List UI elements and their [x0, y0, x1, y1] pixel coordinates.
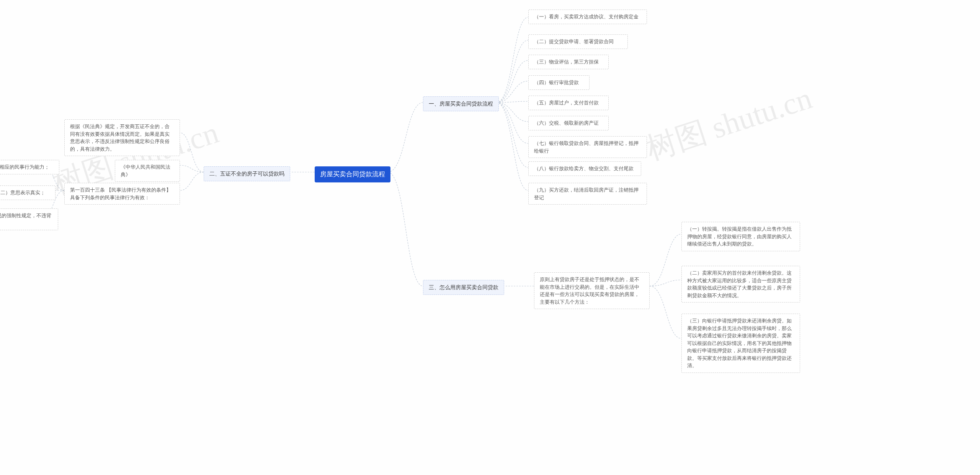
branch-2-title[interactable]: 二、五证不全的房子可以贷款吗 — [204, 166, 290, 181]
branch-1-title[interactable]: 一、房屋买卖合同贷款流程 — [423, 96, 499, 111]
branch-1-item-7: （七）银行领取贷款合同、房屋抵押登记，抵押给银行 — [528, 136, 647, 158]
branch-1-item-8: （八）银行放款给卖方、物业交割、支付尾款 — [528, 161, 641, 176]
branch-2-sub-1: （一）行为人具有相应的民事行为能力； — [0, 160, 59, 174]
branch-1-item-5: （五）房屋过户，支付首付款 — [528, 96, 609, 110]
branch-1-item-6: （六）交税、领取新的房产证 — [528, 116, 609, 130]
branch-2-item-3: 第一百四十三条 【民事法律行为有效的条件】具备下列条件的民事法律行为有效： — [64, 183, 180, 205]
branch-2-sub-2: （二）意思表示真实； — [0, 185, 56, 200]
branch-2-sub-3: （三）不违反法律、行政法规的强制性规定，不违背公序良俗。 — [0, 208, 58, 230]
branch-3-item-1: （一）转按揭。转按揭是指在借款人出售作为抵押物的房屋，经贷款银行同意，由房屋的购… — [681, 222, 800, 251]
watermark-right: 树图 shutu.cn — [641, 78, 817, 170]
branch-1-item-9: （九）买方还款，结清后取回房产证，注销抵押登记 — [528, 183, 647, 205]
mindmap-connectors — [0, 0, 980, 475]
center-node[interactable]: 房屋买卖合同贷款流程 — [315, 166, 390, 182]
branch-1-item-4: （四）银行审批贷款 — [528, 75, 590, 90]
branch-2-item-2: 《中华人民共和国民法典》 — [115, 160, 180, 182]
branch-1-item-3: （三）物业评估，第三方担保 — [528, 55, 609, 69]
branch-3-title[interactable]: 三、怎么用房屋买卖合同贷款 — [423, 280, 504, 295]
branch-1-item-1: （一）看房，买卖双方达成协议、支付购房定金 — [528, 10, 647, 24]
branch-1-item-2: （二）提交贷款申请、签署贷款合同 — [528, 34, 628, 49]
branch-3-item-3: （三）向银行申请抵押贷款来还清剩余房贷。如果房贷剩余过多且无法办理转按揭手续时，… — [681, 314, 800, 373]
branch-3-intro: 原则上有贷款房子还是处于抵押状态的，是不能在市场上进行交易的。但是，在实际生活中… — [534, 272, 650, 309]
branch-3-item-2: （二）卖家用买方的首付款来付清剩余贷款。这种方式被大家运用的比较多，适合一些原房… — [681, 266, 800, 303]
branch-2-item-1: 根据《民法典》规定，开发商五证不全的，合同有没有效要依据具体情况而定。如果是真实… — [64, 119, 180, 156]
